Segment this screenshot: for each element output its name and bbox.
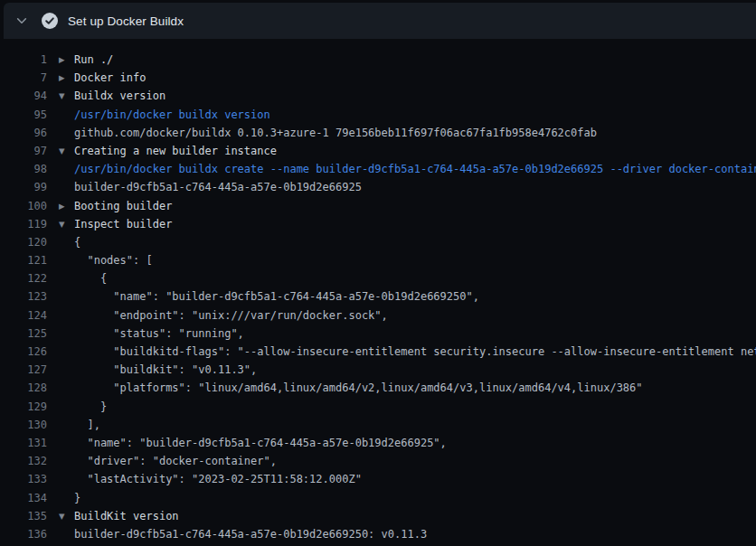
log-group-row[interactable]: 100▶Booting builder bbox=[0, 197, 756, 215]
log-area: 1▶Run ./7▶Docker info94▼Buildx version95… bbox=[0, 39, 756, 543]
log-line-row: 131 "name": "builder-d9cfb5a1-c764-445a-… bbox=[0, 434, 756, 452]
line-number[interactable]: 130 bbox=[0, 416, 47, 434]
step-header[interactable]: Set up Docker Buildx bbox=[4, 3, 756, 39]
log-command-text: /usr/bin/docker buildx version bbox=[74, 106, 756, 124]
line-number[interactable]: 134 bbox=[0, 489, 47, 507]
log-text: "name": "builder-d9cfb5a1-c764-445a-a57e… bbox=[74, 434, 756, 452]
log-line-row: 136builder-d9cfb5a1-c764-445a-a57e-0b19d… bbox=[0, 525, 756, 543]
line-number[interactable]: 122 bbox=[0, 269, 47, 287]
log-group-row[interactable]: 119▼Inspect builder bbox=[0, 215, 756, 233]
log-text: BuildKit version bbox=[74, 507, 756, 525]
gutter-spacer bbox=[47, 233, 74, 251]
group-expanded-arrow-icon[interactable]: ▼ bbox=[47, 507, 74, 525]
gutter-spacer bbox=[47, 398, 74, 416]
log-text: builder-d9cfb5a1-c764-445a-a57e-0b19d2e6… bbox=[74, 525, 756, 543]
group-expanded-arrow-icon[interactable]: ▼ bbox=[47, 87, 74, 105]
line-number[interactable]: 136 bbox=[0, 525, 47, 543]
gutter-spacer bbox=[47, 325, 74, 343]
line-number[interactable]: 131 bbox=[0, 434, 47, 452]
log-text: Creating a new builder instance bbox=[74, 142, 756, 160]
line-number[interactable]: 99 bbox=[0, 178, 47, 196]
line-number[interactable]: 128 bbox=[0, 379, 47, 397]
line-number[interactable]: 126 bbox=[0, 343, 47, 361]
log-text: { bbox=[74, 233, 756, 251]
log-line-row: 129 } bbox=[0, 398, 756, 416]
log-text: "platforms": "linux/amd64,linux/amd64/v2… bbox=[74, 379, 756, 397]
group-collapsed-arrow-icon[interactable]: ▶ bbox=[47, 197, 74, 215]
gutter-spacer bbox=[47, 124, 74, 142]
gutter-spacer bbox=[47, 470, 74, 488]
log-text: Docker info bbox=[74, 69, 756, 87]
gutter-spacer bbox=[47, 361, 74, 379]
log-text: Buildx version bbox=[74, 87, 756, 105]
chevron-down-icon[interactable] bbox=[14, 14, 29, 28]
line-number[interactable]: 123 bbox=[0, 287, 47, 306]
line-number[interactable]: 98 bbox=[0, 160, 47, 178]
line-number[interactable]: 1 bbox=[0, 51, 47, 69]
log-text: "driver": "docker-container", bbox=[74, 452, 756, 470]
log-text: } bbox=[74, 398, 756, 416]
check-circle-icon bbox=[42, 13, 58, 29]
group-expanded-arrow-icon[interactable]: ▼ bbox=[47, 215, 74, 233]
log-line-row: 98/usr/bin/docker buildx create --name b… bbox=[0, 160, 756, 178]
group-collapsed-arrow-icon[interactable]: ▶ bbox=[47, 51, 74, 69]
line-number[interactable]: 132 bbox=[0, 452, 47, 470]
log-viewer: Set up Docker Buildx 1▶Run ./7▶Docker in… bbox=[0, 3, 756, 543]
log-line-row: 95/usr/bin/docker buildx version bbox=[0, 106, 756, 124]
line-number[interactable]: 125 bbox=[0, 325, 47, 343]
log-text: "endpoint": "unix:///var/run/docker.sock… bbox=[74, 306, 756, 325]
log-command-text: /usr/bin/docker buildx create --name bui… bbox=[74, 160, 756, 178]
log-text: github.com/docker/buildx 0.10.3+azure-1 … bbox=[74, 124, 756, 142]
line-number[interactable]: 7 bbox=[0, 69, 47, 87]
gutter-spacer bbox=[47, 106, 74, 124]
log-line-row: 128 "platforms": "linux/amd64,linux/amd6… bbox=[0, 379, 756, 397]
line-number[interactable]: 95 bbox=[0, 106, 47, 124]
gutter-spacer bbox=[47, 251, 74, 269]
log-line-row: 134} bbox=[0, 489, 756, 507]
log-line-row: 124 "endpoint": "unix:///var/run/docker.… bbox=[0, 306, 756, 325]
gutter-spacer bbox=[47, 343, 74, 361]
line-number[interactable]: 127 bbox=[0, 361, 47, 379]
log-group-row[interactable]: 1▶Run ./ bbox=[0, 51, 756, 69]
log-group-row[interactable]: 94▼Buildx version bbox=[0, 87, 756, 105]
log-text: "name": "builder-d9cfb5a1-c764-445a-a57e… bbox=[74, 287, 756, 306]
gutter-spacer bbox=[47, 489, 74, 507]
gutter-spacer bbox=[47, 269, 74, 287]
line-number[interactable]: 96 bbox=[0, 124, 47, 142]
log-line-row: 133 "lastActivity": "2023-02-25T11:58:12… bbox=[0, 470, 756, 488]
log-line-row: 126 "buildkitd-flags": "--allow-insecure… bbox=[0, 343, 756, 361]
log-text: ], bbox=[74, 416, 756, 434]
line-number[interactable]: 97 bbox=[0, 142, 47, 160]
log-text: } bbox=[74, 489, 756, 507]
line-number[interactable]: 124 bbox=[0, 306, 47, 325]
gutter-spacer bbox=[47, 434, 74, 452]
line-number[interactable]: 119 bbox=[0, 215, 47, 233]
log-group-row[interactable]: 7▶Docker info bbox=[0, 69, 756, 87]
gutter-spacer bbox=[47, 306, 74, 325]
gutter-spacer bbox=[47, 160, 74, 178]
group-collapsed-arrow-icon[interactable]: ▶ bbox=[47, 69, 74, 87]
log-text: { bbox=[74, 269, 756, 287]
log-group-row[interactable]: 135▼BuildKit version bbox=[0, 507, 756, 525]
line-number[interactable]: 133 bbox=[0, 470, 47, 488]
line-number[interactable]: 135 bbox=[0, 507, 47, 525]
log-group-row[interactable]: 97▼Creating a new builder instance bbox=[0, 142, 756, 160]
log-line-row: 122 { bbox=[0, 269, 756, 287]
log-text: "nodes": [ bbox=[74, 251, 756, 269]
group-expanded-arrow-icon[interactable]: ▼ bbox=[47, 142, 74, 160]
line-number[interactable]: 129 bbox=[0, 398, 47, 416]
line-number[interactable]: 100 bbox=[0, 197, 47, 215]
gutter-spacer bbox=[47, 287, 74, 306]
log-text: Run ./ bbox=[74, 51, 756, 69]
log-text: builder-d9cfb5a1-c764-445a-a57e-0b19d2e6… bbox=[74, 178, 756, 196]
line-number[interactable]: 121 bbox=[0, 251, 47, 269]
log-line-row: 130 ], bbox=[0, 416, 756, 434]
line-number[interactable]: 94 bbox=[0, 87, 47, 105]
step-title: Set up Docker Buildx bbox=[68, 14, 184, 28]
gutter-spacer bbox=[47, 416, 74, 434]
log-line-row: 96github.com/docker/buildx 0.10.3+azure-… bbox=[0, 124, 756, 142]
log-text: "lastActivity": "2023-02-25T11:58:12.000… bbox=[74, 470, 756, 488]
log-line-row: 125 "status": "running", bbox=[0, 325, 756, 343]
log-text: "status": "running", bbox=[74, 325, 756, 343]
line-number[interactable]: 120 bbox=[0, 233, 47, 251]
